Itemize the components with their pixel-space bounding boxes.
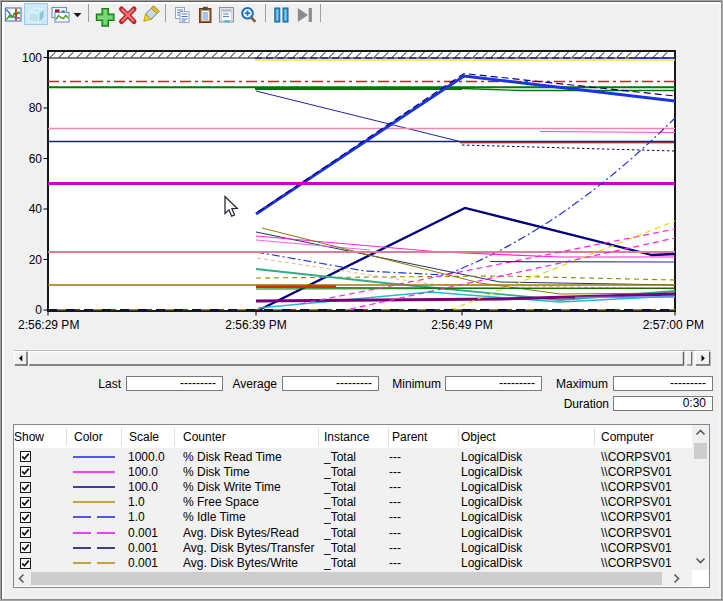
svg-text:40: 40 [29, 202, 43, 216]
svg-text:2:56:29 PM: 2:56:29 PM [18, 318, 79, 332]
svg-text:20: 20 [29, 253, 43, 267]
svg-text:2:56:49 PM: 2:56:49 PM [431, 318, 492, 332]
svg-text:2:57:00 PM: 2:57:00 PM [643, 318, 704, 332]
svg-text:2:56:39 PM: 2:56:39 PM [225, 318, 286, 332]
svg-text:100: 100 [22, 51, 42, 65]
svg-text:0: 0 [35, 303, 42, 317]
svg-text:60: 60 [29, 152, 43, 166]
svg-text:80: 80 [29, 101, 43, 115]
